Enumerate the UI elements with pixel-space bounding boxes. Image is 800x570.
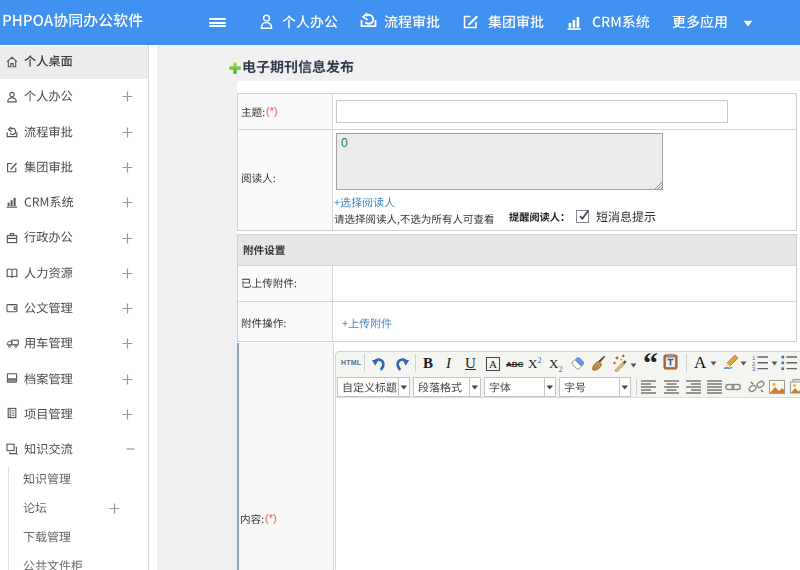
svg-text:3: 3 <box>752 366 756 371</box>
